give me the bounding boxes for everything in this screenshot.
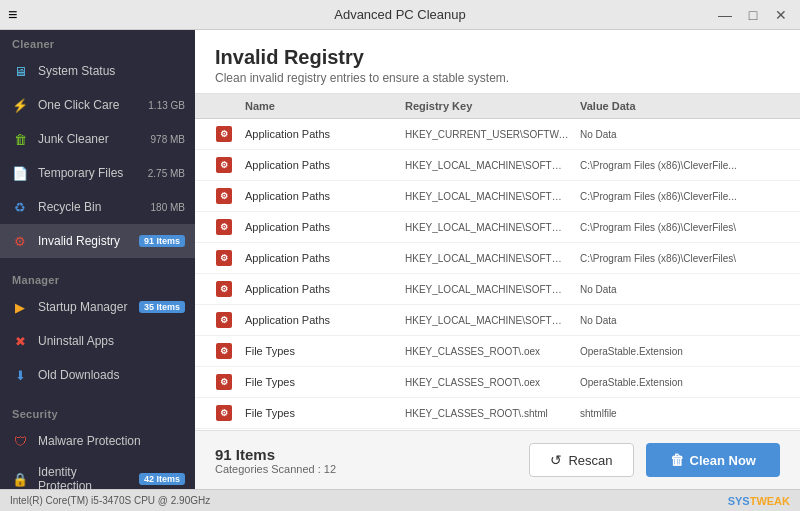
row-value: C:\Program Files (x86)\CleverFiles\	[580, 222, 780, 233]
close-button[interactable]: ✕	[770, 4, 792, 26]
row-value: OperaStable.Extension	[580, 377, 780, 388]
identity-protection-badge: 42 Items	[139, 473, 185, 485]
row-registry-icon: ⚙	[215, 280, 233, 298]
sidebar-item-malware-protection[interactable]: 🛡 Malware Protection	[0, 424, 195, 458]
reg-icon: ⚙	[216, 250, 232, 266]
reg-icon: ⚙	[216, 157, 232, 173]
row-key: HKEY_LOCAL_MACHINE\SOFTWARE\Microsoft\Wi…	[405, 284, 580, 295]
brand-tweak: TWEAK	[750, 495, 790, 507]
item-count: 91 Items	[215, 446, 336, 463]
rescan-label: Rescan	[568, 453, 612, 468]
content-header: Invalid Registry Clean invalid registry …	[195, 30, 800, 94]
footer-info: 91 Items Categories Scanned : 12	[215, 446, 336, 475]
clean-icon: 🗑	[670, 452, 684, 468]
bottom-bar: Intel(R) Core(TM) i5-3470S CPU @ 2.90GHz…	[0, 489, 800, 511]
startup-manager-badge: 35 Items	[139, 301, 185, 313]
reg-icon: ⚙	[216, 281, 232, 297]
categories-scanned: Categories Scanned : 12	[215, 463, 336, 475]
row-name: Application Paths	[245, 252, 405, 264]
malware-icon: 🛡	[10, 431, 30, 451]
row-registry-icon: ⚙	[215, 187, 233, 205]
reg-icon: ⚙	[216, 374, 232, 390]
rescan-icon: ↺	[550, 452, 562, 468]
invalid-registry-badge: 91 Items	[139, 235, 185, 247]
temporary-files-size: 2.75 MB	[148, 168, 185, 179]
hamburger-icon[interactable]: ≡	[8, 6, 17, 24]
app-body: Cleaner 🖥 System Status ⚡ One Click Care…	[0, 30, 800, 489]
title-bar-left: ≡	[8, 6, 17, 24]
row-name: File Types	[245, 407, 405, 419]
row-registry-icon: ⚙	[215, 125, 233, 143]
reg-icon: ⚙	[216, 188, 232, 204]
row-name: Application Paths	[245, 159, 405, 171]
sidebar-label-junk-cleaner: Junk Cleaner	[38, 132, 143, 146]
sidebar-label-old-downloads: Old Downloads	[38, 368, 185, 382]
row-key: HKEY_LOCAL_MACHINE\SOFTWARE\Classes\Appl…	[405, 191, 580, 202]
sidebar-item-system-status[interactable]: 🖥 System Status	[0, 54, 195, 88]
reg-icon: ⚙	[216, 219, 232, 235]
sidebar-manager-label: Manager	[0, 266, 195, 290]
sidebar-item-temporary-files[interactable]: 📄 Temporary Files 2.75 MB	[0, 156, 195, 190]
reg-icon: ⚙	[216, 312, 232, 328]
sidebar-label-uninstall-apps: Uninstall Apps	[38, 334, 185, 348]
downloads-icon: ⬇	[10, 365, 30, 385]
row-key: HKEY_CLASSES_ROOT\.oex	[405, 346, 580, 357]
clean-now-button[interactable]: 🗑 Clean Now	[646, 443, 780, 477]
recycle-bin-size: 180 MB	[151, 202, 185, 213]
row-value: No Data	[580, 129, 780, 140]
sidebar-label-startup-manager: Startup Manager	[38, 300, 131, 314]
sidebar-item-old-downloads[interactable]: ⬇ Old Downloads	[0, 358, 195, 392]
sidebar-label-recycle-bin: Recycle Bin	[38, 200, 143, 214]
row-key: HKEY_CURRENT_USER\SOFTWARE\Microsoft\Win…	[405, 129, 580, 140]
table-row: ⚙ File Types HKEY_CLASSES_ROOT\.oex Oper…	[195, 336, 800, 367]
row-name: Application Paths	[245, 283, 405, 295]
row-registry-icon: ⚙	[215, 373, 233, 391]
maximize-button[interactable]: □	[742, 4, 764, 26]
reg-icon: ⚙	[216, 126, 232, 142]
table-row: ⚙ Application Paths HKEY_LOCAL_MACHINE\S…	[195, 274, 800, 305]
sidebar-item-startup-manager[interactable]: ▶ Startup Manager 35 Items	[0, 290, 195, 324]
row-name: Application Paths	[245, 128, 405, 140]
row-key: HKEY_LOCAL_MACHINE\SOFTWARE\Classes\Appl…	[405, 160, 580, 171]
col-name-header: Name	[245, 100, 405, 112]
junk-icon: 🗑	[10, 129, 30, 149]
row-key: HKEY_LOCAL_MACHINE\SOFTWARE\Microsoft\Wi…	[405, 222, 580, 233]
page-title: Invalid Registry	[215, 46, 780, 69]
sidebar-item-recycle-bin[interactable]: ♻ Recycle Bin 180 MB	[0, 190, 195, 224]
row-registry-icon: ⚙	[215, 156, 233, 174]
reg-icon: ⚙	[216, 343, 232, 359]
table-row: ⚙ Application Paths HKEY_CURRENT_USER\SO…	[195, 119, 800, 150]
row-registry-icon: ⚙	[215, 342, 233, 360]
sidebar-item-identity-protection[interactable]: 🔒 Identity Protection 42 Items	[0, 458, 195, 489]
sidebar: Cleaner 🖥 System Status ⚡ One Click Care…	[0, 30, 195, 489]
table-row: ⚙ Application Paths HKEY_LOCAL_MACHINE\S…	[195, 243, 800, 274]
table-row: ⚙ Application Paths HKEY_LOCAL_MACHINE\S…	[195, 212, 800, 243]
table-row: ⚙ Application Paths HKEY_LOCAL_MACHINE\S…	[195, 150, 800, 181]
row-registry-icon: ⚙	[215, 311, 233, 329]
content-footer: 91 Items Categories Scanned : 12 ↺ Resca…	[195, 430, 800, 489]
sidebar-item-invalid-registry[interactable]: ⚙ Invalid Registry 91 Items	[0, 224, 195, 258]
brand-logo: SYSTWEAK	[728, 495, 790, 507]
row-registry-icon: ⚙	[215, 249, 233, 267]
uninstall-icon: ✖	[10, 331, 30, 351]
cpu-info: Intel(R) Core(TM) i5-3470S CPU @ 2.90GHz	[10, 495, 210, 506]
sidebar-item-junk-cleaner[interactable]: 🗑 Junk Cleaner 978 MB	[0, 122, 195, 156]
row-key: HKEY_LOCAL_MACHINE\SOFTWARE\Microsoft\Wi…	[405, 253, 580, 264]
sidebar-item-one-click-care[interactable]: ⚡ One Click Care 1.13 GB	[0, 88, 195, 122]
row-value: C:\Program Files (x86)\CleverFile...	[580, 160, 780, 171]
footer-buttons: ↺ Rescan 🗑 Clean Now	[529, 443, 780, 477]
registry-table: ⚙ Application Paths HKEY_CURRENT_USER\SO…	[195, 119, 800, 430]
col-value-header: Value Data	[580, 100, 780, 112]
brand-sys: SYS	[728, 495, 750, 507]
sidebar-item-uninstall-apps[interactable]: ✖ Uninstall Apps	[0, 324, 195, 358]
row-key: HKEY_CLASSES_ROOT\.shtml	[405, 408, 580, 419]
reg-icon: ⚙	[216, 405, 232, 421]
sidebar-cleaner-label: Cleaner	[0, 30, 195, 54]
rescan-button[interactable]: ↺ Rescan	[529, 443, 633, 477]
startup-icon: ▶	[10, 297, 30, 317]
minimize-button[interactable]: —	[714, 4, 736, 26]
row-value: C:\Program Files (x86)\CleverFile...	[580, 191, 780, 202]
col-key-header: Registry Key	[405, 100, 580, 112]
main-content: Invalid Registry Clean invalid registry …	[195, 30, 800, 489]
row-value: shtmlfile	[580, 408, 780, 419]
